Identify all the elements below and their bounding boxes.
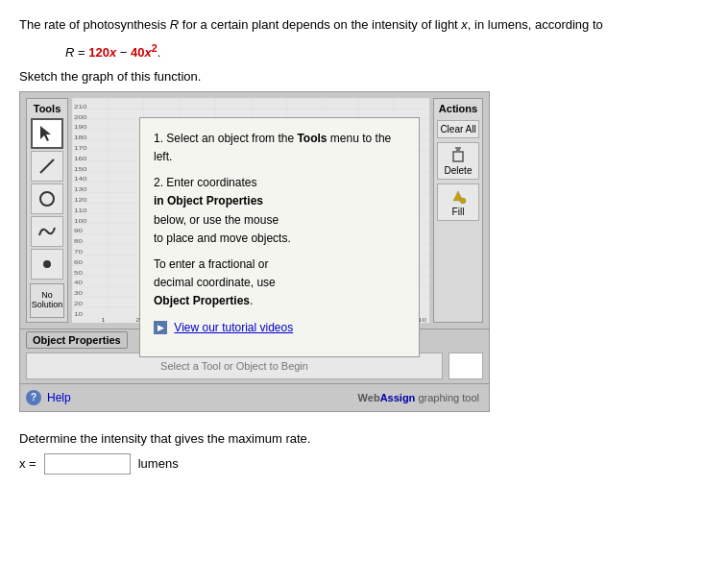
- fill-button[interactable]: Fill: [437, 183, 479, 221]
- svg-text:90: 90: [74, 229, 83, 233]
- tools-panel: Tools NoSolution: [26, 98, 68, 323]
- svg-text:80: 80: [74, 239, 83, 244]
- clear-all-button[interactable]: Clear All: [437, 120, 479, 138]
- footer-bar: ? Help WebAssign graphing tool: [19, 384, 490, 412]
- delete-icon: [449, 146, 467, 163]
- webassign-footer: WebAssign graphing tool: [358, 392, 483, 403]
- svg-text:1: 1: [101, 317, 106, 322]
- fill-icon: [449, 187, 467, 205]
- instruction-step3: To enter a fractional or decimal coordin…: [154, 256, 405, 311]
- fill-label: Fill: [452, 207, 465, 217]
- object-properties-label: Object Properties: [26, 331, 128, 349]
- svg-text:50: 50: [74, 270, 83, 275]
- graph-area[interactable]: 210 200 190 180 170 160 150 140 130 120 …: [72, 98, 429, 323]
- actions-label: Actions: [439, 103, 477, 114]
- svg-text:40: 40: [74, 280, 83, 285]
- no-solution-label: NoSolution: [32, 291, 63, 310]
- units-label: lumens: [138, 456, 179, 471]
- graphing-tool: Tools NoSolution: [19, 91, 490, 329]
- svg-text:160: 160: [74, 156, 87, 160]
- svg-point-39: [460, 198, 466, 204]
- svg-text:60: 60: [74, 259, 83, 264]
- answer-input[interactable]: [44, 453, 131, 475]
- tutorial-link[interactable]: View our tutorial videos: [174, 321, 293, 334]
- actions-panel: Actions Clear All Delete Fill: [433, 98, 483, 323]
- svg-text:30: 30: [74, 291, 83, 296]
- svg-rect-36: [453, 152, 463, 161]
- svg-text:20: 20: [74, 301, 83, 305]
- svg-marker-0: [40, 126, 51, 141]
- tools-label: Tools: [34, 103, 61, 114]
- instruction-step1: 1. Select an object from the Tools menu …: [154, 130, 405, 166]
- brand-name: WebAssign: [358, 392, 416, 403]
- svg-text:150: 150: [74, 166, 87, 171]
- bottom-section: Determine the intensity that gives the m…: [19, 431, 709, 475]
- svg-point-3: [43, 260, 51, 268]
- circle-tool[interactable]: [31, 183, 63, 214]
- help-icon: ?: [26, 390, 41, 405]
- svg-text:130: 130: [74, 187, 87, 192]
- cursor-tool[interactable]: [31, 118, 63, 149]
- svg-text:120: 120: [74, 197, 87, 202]
- svg-text:100: 100: [74, 218, 87, 223]
- clear-all-label: Clear All: [440, 124, 475, 134]
- wave-tool[interactable]: [31, 216, 63, 247]
- svg-line-1: [40, 159, 54, 173]
- tutorial-icon: ▶: [154, 321, 167, 334]
- help-label: Help: [47, 391, 71, 404]
- bottom-question: Determine the intensity that gives the m…: [19, 431, 709, 446]
- svg-point-2: [40, 192, 54, 206]
- tutorial-link-container: ▶ View our tutorial videos: [154, 319, 405, 337]
- svg-text:170: 170: [74, 145, 87, 150]
- svg-text:210: 210: [74, 104, 87, 109]
- answer-row: x = lumens: [19, 453, 709, 475]
- footer-text: graphing tool: [418, 392, 479, 403]
- svg-text:70: 70: [74, 249, 83, 254]
- delete-button[interactable]: Delete: [437, 142, 479, 180]
- instruction-step2: 2. Enter coordinates in Object Propertie…: [154, 174, 405, 248]
- delete-label: Delete: [445, 165, 473, 176]
- svg-text:180: 180: [74, 135, 87, 140]
- svg-text:200: 200: [74, 114, 87, 119]
- svg-text:190: 190: [74, 125, 87, 130]
- color-swatch[interactable]: [449, 353, 483, 379]
- svg-text:10: 10: [74, 311, 83, 316]
- formula-line: R = 120x − 40x2.: [65, 42, 709, 60]
- svg-text:140: 140: [74, 177, 87, 182]
- no-solution-button[interactable]: NoSolution: [30, 283, 64, 318]
- x-label: x =: [19, 456, 36, 471]
- intro-text: The rate of photosynthesis R for a certa…: [19, 15, 709, 35]
- help-section: ? Help: [26, 386, 71, 409]
- svg-text:110: 110: [74, 207, 87, 212]
- dot-tool[interactable]: [31, 249, 63, 280]
- instruction-box: 1. Select an object from the Tools menu …: [139, 117, 420, 357]
- line-tool[interactable]: [31, 151, 63, 182]
- help-link[interactable]: Help: [47, 391, 71, 404]
- sketch-instruction: Sketch the graph of this function.: [19, 69, 709, 84]
